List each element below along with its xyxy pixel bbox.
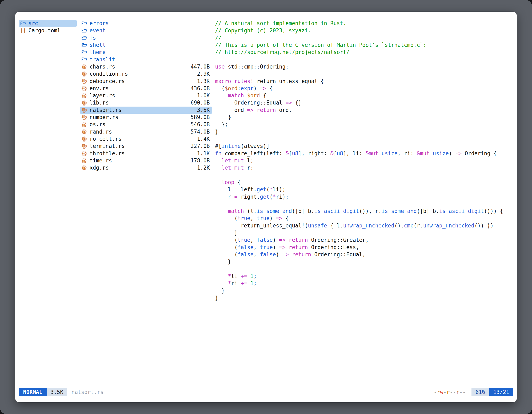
file-row-xdg.rs[interactable]: R xdg.rs 1.2K	[80, 164, 212, 171]
code-line	[215, 56, 513, 63]
rust-file-icon: R	[81, 115, 87, 120]
code-line: l = left.get(*li);	[215, 186, 513, 193]
folder-icon	[81, 57, 87, 62]
file-row-terminal.rs[interactable]: R terminal.rs 227.0B	[80, 143, 212, 150]
code-line: // http://sourcefrog.net/projects/natsor…	[215, 49, 513, 56]
code-line: let mut r;	[215, 164, 513, 171]
code-line	[215, 70, 513, 77]
code-line: }	[215, 229, 513, 236]
svg-text:R: R	[83, 80, 85, 83]
rust-file-icon: R	[81, 93, 87, 98]
code-line: #[inline(always)]	[215, 143, 513, 150]
rust-file-icon: R	[81, 122, 87, 127]
parent-pane: src T Cargo.toml	[19, 20, 77, 34]
code-line: (true, false) => return Ordering::Greate…	[215, 236, 513, 244]
rust-file-icon: R	[81, 129, 87, 135]
code-line: use std::cmp::Ordering;	[215, 63, 513, 70]
rust-file-icon: R	[81, 71, 87, 77]
folder-icon	[81, 50, 87, 55]
file-row-lib.rs[interactable]: R lib.rs 690.0B	[80, 99, 212, 106]
svg-text:R: R	[83, 87, 85, 90]
svg-text:R: R	[83, 109, 85, 112]
svg-text:R: R	[83, 137, 85, 141]
dir-row-theme[interactable]: theme	[80, 49, 212, 56]
file-row-chars.rs[interactable]: R chars.rs 447.0B	[80, 63, 212, 70]
code-line: }	[215, 258, 513, 265]
file-row-env.rs[interactable]: R env.rs 436.0B	[80, 85, 212, 92]
file-row-ro_cell.rs[interactable]: R ro_cell.rs 1.4K	[80, 135, 212, 143]
code-line: let mut l;	[215, 157, 513, 164]
file-row-Cargo.toml[interactable]: T Cargo.toml	[19, 27, 77, 34]
code-line: ord => return ord,	[215, 106, 513, 114]
percent-label: 61%	[475, 389, 485, 395]
svg-text:R: R	[83, 166, 85, 170]
dir-row-src[interactable]: src	[19, 20, 77, 27]
svg-text:R: R	[83, 130, 85, 133]
code-line: //	[215, 34, 513, 41]
desktop-background: src T Cargo.toml errors event fs shell	[0, 0, 532, 414]
rust-file-icon: R	[81, 151, 87, 156]
code-line: (false, false) => return Ordering::Equal…	[215, 251, 513, 258]
file-row-layer.rs[interactable]: R layer.rs 1.0K	[80, 92, 212, 99]
code-line	[215, 172, 513, 179]
file-size-chip: 3.5K	[47, 388, 67, 396]
folder-icon	[81, 43, 87, 48]
folder-icon	[81, 28, 87, 33]
file-row-rand.rs[interactable]: R rand.rs 574.0B	[80, 128, 212, 135]
code-line: (true, true) => {	[215, 215, 513, 222]
svg-text:R: R	[83, 101, 85, 105]
code-line: };	[215, 121, 513, 128]
code-line: // A natural sort implementation in Rust…	[215, 20, 513, 27]
svg-text:R: R	[83, 73, 85, 76]
code-line: r = right.get(*ri);	[215, 193, 513, 201]
svg-text:R: R	[83, 116, 85, 119]
code-line: *li += 1;	[215, 273, 513, 280]
code-line: // Copyright (c) 2023, sxyazi.	[215, 27, 513, 34]
rust-file-icon: R	[81, 165, 87, 171]
file-row-natsort.rs[interactable]: R natsort.rs 3.5K	[80, 106, 212, 114]
folder-icon	[81, 35, 87, 40]
dir-row-event[interactable]: event	[80, 27, 212, 34]
file-size-label: 3.5K	[50, 389, 63, 395]
code-line: fn compare_left(left: &[u8], right: &[u8…	[215, 150, 513, 157]
svg-text:T: T	[22, 29, 24, 32]
svg-text:R: R	[83, 159, 85, 162]
position-badge: 13/21	[489, 388, 513, 396]
file-row-number.rs[interactable]: R number.rs 589.0B	[80, 114, 212, 121]
mode-badge: NORMAL	[19, 388, 47, 396]
code-line	[215, 201, 513, 208]
file-row-os.rs[interactable]: R os.rs 546.0B	[80, 121, 212, 128]
rust-file-icon: R	[81, 143, 87, 149]
file-row-throttle.rs[interactable]: R throttle.rs 1.1K	[80, 150, 212, 157]
file-row-debounce.rs[interactable]: R debounce.rs 1.3K	[80, 78, 212, 85]
rust-file-icon: R	[81, 158, 87, 164]
current-pane: errors event fs shell theme translit	[80, 20, 212, 172]
code-line: loop {	[215, 179, 513, 186]
code-line: (false, true) => return Ordering::Less,	[215, 244, 513, 251]
code-line: }	[215, 128, 513, 135]
folder-icon	[20, 21, 26, 26]
rust-file-icon: R	[81, 100, 87, 106]
preview-pane: // A natural sort implementation in Rust…	[215, 20, 513, 301]
rust-file-icon: R	[81, 86, 87, 91]
status-bar: NORMAL 3.5K natsort.rs -rw-r--r-- 61% 13…	[19, 388, 513, 397]
svg-text:R: R	[83, 94, 85, 97]
dir-row-shell[interactable]: shell	[80, 41, 212, 49]
svg-text:R: R	[83, 123, 85, 126]
dir-row-translit[interactable]: translit	[80, 56, 212, 63]
code-line: Ordering::Equal => {}	[215, 99, 513, 106]
rust-file-icon: R	[81, 107, 87, 113]
code-line: return_unless_equal!(unsafe { l.unwrap_u…	[215, 222, 513, 229]
dir-row-fs[interactable]: fs	[80, 34, 212, 41]
dir-row-errors[interactable]: errors	[80, 20, 212, 27]
status-filename: natsort.rs	[72, 389, 104, 395]
permissions-indicator: -rw-r--r--	[434, 389, 466, 395]
file-row-time.rs[interactable]: R time.rs 178.0B	[80, 157, 212, 164]
percent-chip: 61%	[472, 388, 489, 396]
svg-text:R: R	[83, 65, 85, 68]
code-line: match $ord {	[215, 92, 513, 99]
rust-file-icon: R	[81, 64, 87, 69]
file-row-condition.rs[interactable]: R condition.rs 2.9K	[80, 70, 212, 77]
toml-file-icon: T	[20, 28, 26, 33]
position-label: 13/21	[493, 389, 509, 395]
